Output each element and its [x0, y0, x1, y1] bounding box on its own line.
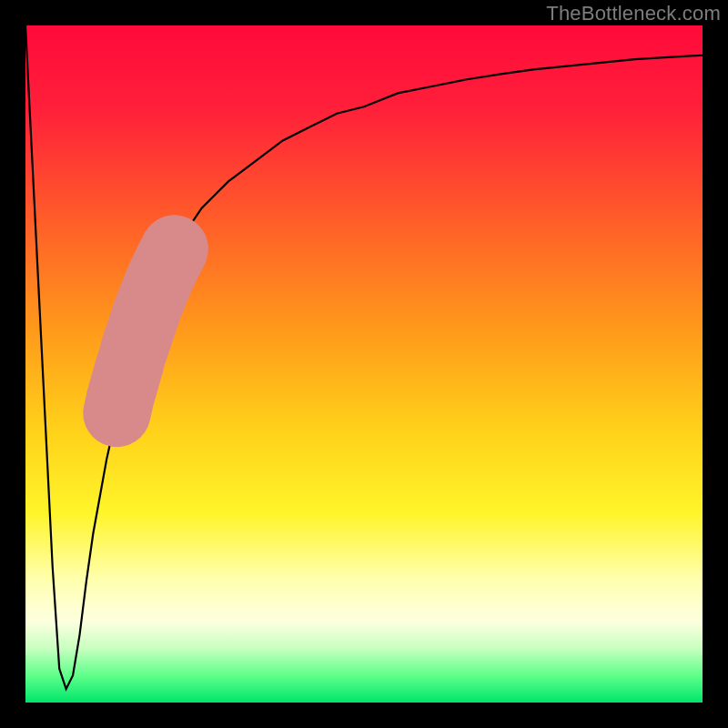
watermark-text: TheBottleneck.com — [546, 2, 721, 25]
highlight-segment — [116, 362, 130, 413]
chart-svg — [25, 25, 703, 703]
plot-area — [25, 25, 703, 703]
chart-frame: TheBottleneck.com — [0, 0, 728, 728]
